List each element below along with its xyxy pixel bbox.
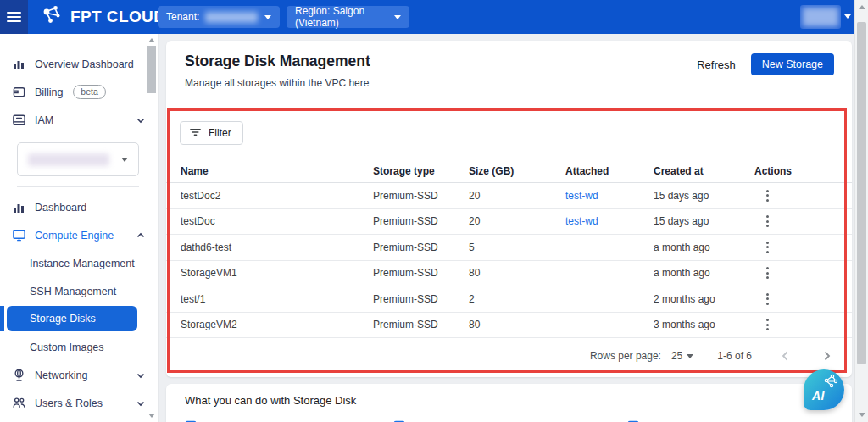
fpt-cloud-logo[interactable]: FPT CLOUD: [39, 4, 165, 30]
table-row: StorageVM1 Premium-SSD 80 a month ago: [166, 261, 852, 287]
attached-instance-link[interactable]: test-wd: [565, 215, 654, 227]
chevron-down-icon: [136, 115, 146, 125]
scrollbar-thumb[interactable]: [857, 22, 866, 364]
main-content: Storage Disk Management Manage all stora…: [159, 34, 854, 422]
sidebar-item-compute-engine[interactable]: Compute Engine: [0, 221, 158, 249]
monitor-icon: [11, 228, 26, 243]
ai-label: AI: [812, 389, 825, 403]
storage-disk-table: Name Storage type Size (GB) Attached Cre…: [166, 159, 852, 338]
sidebar-item-instance-management[interactable]: Instance Management: [0, 249, 158, 277]
filter-icon: [189, 126, 202, 141]
attached-instance-link[interactable]: test-wd: [565, 190, 654, 202]
molecule-logo-icon: [39, 4, 64, 30]
tenant-dropdown[interactable]: Tenant:: [158, 6, 280, 28]
cell-storage-type: Premium-SSD: [373, 215, 469, 227]
sidebar-item-networking[interactable]: Networking: [0, 361, 158, 389]
table-header-row: Name Storage type Size (GB) Attached Cre…: [166, 159, 852, 183]
cell-size: 20: [469, 215, 565, 227]
cell-storage-type: Premium-SSD: [373, 293, 469, 305]
sidebar-item-custom-images[interactable]: Custom Images: [0, 333, 158, 361]
scroll-up-icon[interactable]: [148, 38, 155, 42]
cell-size: 80: [469, 267, 565, 279]
cell-storage-type: Premium-SSD: [373, 242, 469, 253]
id-card-icon: [11, 113, 26, 128]
cell-size: 80: [469, 319, 565, 330]
row-actions-kebab-icon[interactable]: [761, 267, 773, 279]
rows-per-page-select[interactable]: 25: [671, 350, 693, 362]
wallet-icon: [11, 85, 26, 100]
beta-badge: beta: [73, 85, 105, 99]
cell-created-at: a month ago: [654, 267, 754, 279]
page-subtitle: Manage all storages within the VPC here: [185, 77, 369, 89]
cell-size: 20: [469, 190, 565, 202]
column-header-name: Name: [181, 165, 373, 177]
filter-button[interactable]: Filter: [180, 121, 243, 145]
next-page-button[interactable]: [820, 349, 833, 363]
user-name-redacted: [803, 8, 838, 26]
row-actions-kebab-icon[interactable]: [761, 215, 773, 227]
cell-created-at: a month ago: [654, 242, 754, 253]
scroll-down-icon[interactable]: [859, 413, 865, 417]
chevron-down-icon: [394, 15, 401, 19]
cell-name: StorageVM2: [181, 319, 373, 330]
scrollbar-thumb[interactable]: [147, 46, 156, 93]
region-dropdown[interactable]: Region: Saigon (Vietnam): [287, 6, 409, 28]
page-scrollbar[interactable]: [854, 0, 868, 422]
previous-page-button[interactable]: [779, 349, 793, 363]
vpc-name-redacted: [28, 153, 109, 166]
column-header-actions: Actions: [754, 165, 852, 177]
rows-per-page-label: Rows per page:: [590, 350, 661, 362]
cell-size: 2: [469, 293, 565, 305]
vpc-selector[interactable]: [17, 142, 139, 176]
chevron-down-icon: [136, 398, 146, 408]
cell-name: testDoc2: [181, 190, 373, 202]
storage-disk-card: Storage Disk Management Manage all stora…: [166, 41, 852, 377]
cell-storage-type: Premium-SSD: [373, 190, 469, 202]
cell-name: test/1: [181, 293, 373, 305]
column-header-size: Size (GB): [469, 165, 565, 177]
cell-created-at: 15 days ago: [654, 190, 754, 202]
row-actions-kebab-icon[interactable]: [761, 293, 773, 305]
tenant-name-redacted: [205, 12, 258, 23]
cell-size: 5: [469, 242, 565, 253]
table-row: testDoc Premium-SSD 20 test-wd 15 days a…: [166, 209, 852, 236]
sidebar-item-billing[interactable]: Billing beta: [0, 78, 158, 106]
row-actions-kebab-icon[interactable]: [761, 190, 773, 202]
hamburger-menu-icon[interactable]: [0, 0, 28, 34]
tenant-label: Tenant:: [166, 11, 199, 23]
sidebar-item-storage-disks[interactable]: Storage Disks: [7, 306, 137, 331]
sidebar-item-overview-dashboard[interactable]: Overview Dashboard: [0, 50, 158, 78]
new-storage-button[interactable]: New Storage: [751, 53, 834, 75]
refresh-button[interactable]: Refresh: [697, 58, 736, 71]
divider: [166, 414, 852, 414]
topbar: FPT CLOUD Tenant: Region: Saigon (Vietna…: [0, 0, 868, 34]
table-pagination: Rows per page: 25 1-6 of 6: [166, 339, 852, 373]
sidebar: Overview Dashboard Billing beta IAM Dash…: [0, 34, 159, 422]
sidebar-scrollbar[interactable]: [146, 34, 158, 422]
column-header-attached: Attached: [565, 165, 654, 177]
table-row: testDoc2 Premium-SSD 20 test-wd 15 days …: [166, 183, 852, 209]
chevron-down-icon: [687, 354, 693, 358]
ai-assistant-button[interactable]: AI: [804, 369, 844, 410]
sidebar-item-dashboard[interactable]: Dashboard: [0, 193, 158, 221]
what-you-can-do-title: What you can do with Storage Disk: [185, 394, 356, 407]
row-actions-kebab-icon[interactable]: [761, 319, 773, 330]
sidebar-item-iam[interactable]: IAM: [0, 106, 158, 134]
table-row: dathd6-test Premium-SSD 5 a month ago: [166, 235, 852, 261]
region-label: Region: Saigon (Vietnam): [295, 5, 388, 29]
globe-icon: [11, 368, 26, 383]
scroll-down-icon[interactable]: [148, 414, 155, 418]
chevron-up-icon: [136, 230, 146, 241]
logo-text: FPT CLOUD: [70, 8, 165, 26]
sidebar-item-ssh-management[interactable]: SSH Management: [0, 277, 158, 305]
row-actions-kebab-icon[interactable]: [761, 242, 773, 253]
chevron-down-icon[interactable]: [844, 14, 851, 19]
scroll-up-icon[interactable]: [859, 5, 865, 9]
sidebar-item-users-roles[interactable]: Users & Roles: [0, 389, 158, 417]
cell-name: StorageVM1: [181, 267, 373, 279]
user-account-menu[interactable]: [800, 5, 841, 29]
what-you-can-do-card: What you can do with Storage Disk Attach…: [166, 384, 852, 422]
cell-name: dathd6-test: [181, 242, 373, 253]
users-icon: [11, 396, 26, 411]
cell-storage-type: Premium-SSD: [373, 267, 469, 279]
